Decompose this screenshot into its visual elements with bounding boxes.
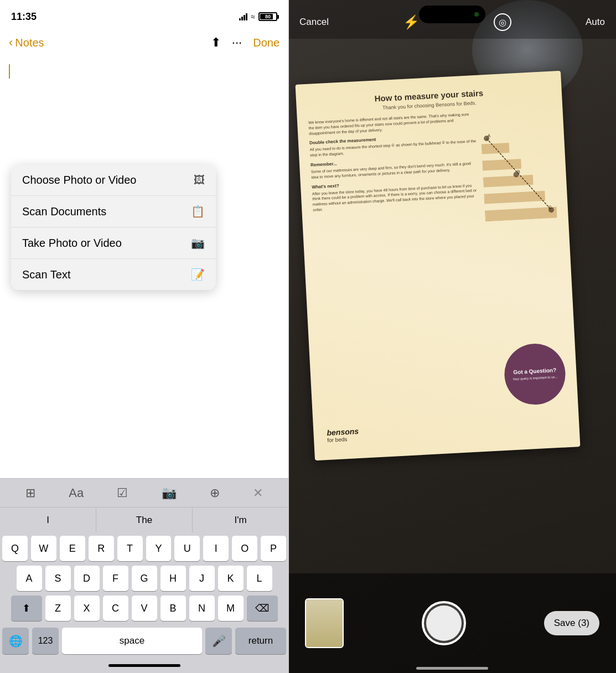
space-key[interactable]: space: [62, 628, 202, 654]
key-row-1: Q W E R T Y U I O P: [2, 536, 286, 561]
document-body-1: We know everyone's home is different and…: [308, 111, 476, 136]
svg-text:A: A: [488, 133, 491, 138]
predictive-item-1[interactable]: The: [96, 508, 193, 532]
text-format-icon[interactable]: Aa: [69, 486, 84, 500]
key-rows: Q W E R T Y U I O P A S D F G H J K: [0, 532, 288, 628]
brand-sub: for beds: [327, 436, 359, 443]
key-m[interactable]: M: [218, 596, 244, 621]
shift-key[interactable]: ⬆: [11, 596, 42, 621]
stair-diagram: A B C: [479, 107, 557, 222]
scan-document-icon: 📋: [191, 205, 205, 218]
svg-rect-0: [485, 207, 557, 222]
shutter-button[interactable]: [422, 601, 466, 645]
done-button[interactable]: Done: [253, 37, 279, 49]
svg-rect-2: [483, 175, 534, 188]
key-a[interactable]: A: [17, 566, 42, 591]
key-k[interactable]: K: [218, 566, 244, 591]
table-icon[interactable]: ⊞: [25, 486, 35, 500]
key-g[interactable]: G: [132, 566, 157, 591]
key-v[interactable]: V: [132, 596, 157, 621]
close-keyboard-icon[interactable]: ✕: [253, 486, 263, 500]
key-b[interactable]: B: [161, 596, 186, 621]
choose-photo-item[interactable]: Choose Photo or Video 🖼: [11, 165, 216, 196]
camera-toolbar-icon[interactable]: 📷: [162, 486, 177, 500]
return-key[interactable]: return: [235, 628, 286, 654]
delete-key[interactable]: ⌫: [247, 596, 278, 621]
notes-panel: 11:35 ≈ 80 ‹ Notes ⬆︎ ··· Done: [0, 0, 288, 673]
share-icon[interactable]: ⬆︎: [211, 35, 221, 50]
chevron-left-icon: ‹: [9, 35, 13, 50]
choose-photo-label: Choose Photo or Video: [22, 174, 136, 187]
home-bar: [108, 664, 180, 667]
text-cursor: [9, 64, 10, 79]
back-button[interactable]: ‹ Notes: [9, 35, 44, 50]
keyboard-toolbar: ⊞ Aa ☑ 📷 ⊕ ✕: [0, 478, 288, 507]
camera-icon: 📷: [191, 236, 205, 250]
status-bar: 11:35 ≈ 80: [0, 0, 288, 30]
checklist-icon[interactable]: ☑: [117, 486, 128, 500]
camera-panel: How to measure your stairs Thank you for…: [288, 0, 616, 673]
save-button[interactable]: Save (3): [544, 611, 599, 635]
status-time: 11:35: [11, 11, 37, 23]
home-indicator: [0, 658, 288, 673]
svg-text:B: B: [517, 169, 520, 174]
predictive-item-0[interactable]: I: [0, 508, 96, 532]
badge-body: Your query is important to us...: [513, 375, 557, 382]
key-q[interactable]: Q: [2, 536, 28, 561]
nav-actions: ⬆︎ ··· Done: [211, 35, 279, 50]
key-o[interactable]: O: [232, 536, 257, 561]
take-photo-label: Take Photo or Video: [22, 237, 122, 250]
predictive-item-2[interactable]: I'm: [193, 508, 288, 532]
camera-cancel-button[interactable]: Cancel: [299, 17, 329, 28]
scan-text-icon: 📝: [191, 268, 205, 281]
battery-icon: 80: [258, 12, 277, 21]
scan-text-item[interactable]: Scan Text 📝: [11, 259, 216, 290]
key-x[interactable]: X: [74, 596, 100, 621]
key-l[interactable]: L: [247, 566, 272, 591]
status-icons: ≈ 80: [239, 12, 277, 21]
key-j[interactable]: J: [189, 566, 215, 591]
bottom-row: 🌐 123 space 🎤 return: [0, 628, 288, 658]
panel-divider: [288, 0, 289, 673]
key-n[interactable]: N: [189, 596, 215, 621]
key-row-3: ⬆ Z X C V B N M ⌫: [2, 596, 286, 621]
signal-icon: [239, 13, 247, 20]
more-icon[interactable]: ···: [232, 35, 242, 50]
brand-name: bensons: [327, 427, 359, 437]
mic-key[interactable]: 🎤: [205, 628, 232, 654]
back-label: Notes: [15, 37, 44, 49]
keyboard: I The I'm Q W E R T Y U I O P A S D: [0, 507, 288, 673]
key-e[interactable]: E: [60, 536, 85, 561]
key-row-2: A S D F G H J K L: [2, 566, 286, 591]
key-c[interactable]: C: [103, 596, 128, 621]
key-t[interactable]: T: [117, 536, 143, 561]
key-u[interactable]: U: [174, 536, 200, 561]
key-f[interactable]: F: [103, 566, 128, 591]
nav-bar: ‹ Notes ⬆︎ ··· Done: [0, 30, 288, 58]
key-d[interactable]: D: [74, 566, 100, 591]
navigation-icon[interactable]: ⊕: [210, 486, 220, 500]
predictive-row: I The I'm: [0, 507, 288, 532]
photo-library-icon: 🖼: [194, 174, 205, 187]
key-y[interactable]: Y: [146, 536, 172, 561]
key-h[interactable]: H: [161, 566, 186, 591]
flash-icon[interactable]: ⚡: [403, 14, 420, 30]
svg-text:C: C: [548, 205, 552, 210]
key-i[interactable]: I: [203, 536, 229, 561]
key-s[interactable]: S: [45, 566, 71, 591]
numbers-key[interactable]: 123: [32, 628, 59, 654]
bensons-badge: Got a Question? Your query is important …: [503, 342, 567, 406]
globe-key[interactable]: 🌐: [2, 628, 29, 654]
note-content-area[interactable]: Choose Photo or Video 🖼 Scan Documents 📋…: [0, 58, 288, 478]
svg-rect-3: [482, 159, 521, 171]
bensons-logo: bensons for beds: [327, 427, 359, 443]
take-photo-item[interactable]: Take Photo or Video 📷: [11, 227, 216, 259]
key-p[interactable]: P: [261, 536, 286, 561]
key-z[interactable]: Z: [45, 596, 71, 621]
key-r[interactable]: R: [89, 536, 114, 561]
wifi-icon: ≈: [251, 12, 255, 21]
badge-title: Got a Question?: [513, 367, 556, 375]
scan-documents-item[interactable]: Scan Documents 📋: [11, 196, 216, 227]
key-w[interactable]: W: [31, 536, 56, 561]
shutter-inner: [426, 605, 462, 641]
